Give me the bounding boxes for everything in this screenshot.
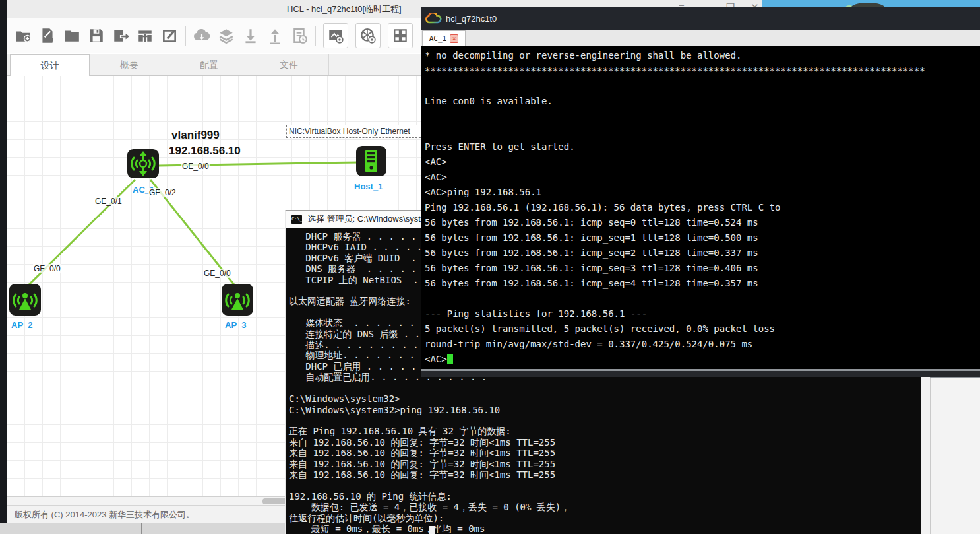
hcl-window-title: HCL - hcl_q72hc1t0[临时工程] [287,0,402,18]
hcl-cloud-logo-icon [425,13,442,24]
background-panel [930,378,980,534]
terminal-tab-label: AC_1 [429,34,447,43]
terminal-cursor [447,354,453,364]
label-ap-3[interactable]: AP_3 [225,320,247,330]
open-project-icon[interactable] [39,27,56,44]
cmd-cursor [429,526,435,534]
download-icon[interactable] [242,27,259,44]
terminal-bottom-frame [421,369,980,377]
terminal-console[interactable]: * no decompiling or reverse-engineering … [421,46,980,369]
tab-config[interactable]: 配置 [169,54,249,75]
annotation-vlanif[interactable]: vlanif999 [171,129,220,142]
background-window-edge [0,0,7,523]
device-ac-1[interactable] [127,149,159,178]
terminal-titlebar[interactable]: hcl_q72hc1t0 [421,7,980,30]
tab-files[interactable]: 文件 [249,54,329,75]
screen: HCL - hcl_q72hc1t0[临时工程] ≡—❐✕ [0,0,980,534]
device-ap-3[interactable] [222,284,253,316]
cmd-icon: C:\_ [291,215,302,224]
tab-summary[interactable]: 概要 [90,54,169,75]
show-network-icon [359,27,377,44]
new-project-icon[interactable] [15,27,32,44]
terminal-prompt: <AC> [425,354,447,364]
annotation-ip[interactable]: 192.168.56.10 [169,145,241,158]
layers-icon[interactable] [218,27,235,44]
port-label-ap2: GE_0/0 [33,264,61,273]
show-interface-button[interactable] [323,23,348,48]
tab-close-icon[interactable]: ✕ [450,34,458,43]
cloud-download-icon[interactable] [193,27,210,44]
ap-icon [11,286,40,314]
label-host-1[interactable]: Host_1 [354,182,383,191]
terminal-tabbar: AC_1 ✕ [421,30,980,46]
ac-icon [129,150,158,177]
port-label-ap3: GE_0/0 [203,269,231,278]
tab-design[interactable]: 设计 [10,54,90,76]
port-label-ac-ap3: GE_0/2 [148,188,177,197]
taskbar-strip [0,523,285,534]
terminal-tab-ac-1[interactable]: AC_1 ✕ [422,30,466,46]
show-interface-icon [327,27,344,44]
device-ap-2[interactable] [9,284,41,316]
host-icon [357,147,386,176]
label-ap-2[interactable]: AP_2 [11,320,33,330]
terminal-window: hcl_q72hc1t0 AC_1 ✕ * no decompiling or … [421,7,980,376]
device-host-1[interactable] [356,146,386,176]
upload-icon[interactable] [266,27,284,44]
ap-icon [223,286,252,314]
toolbar-separator [185,26,186,46]
save-icon[interactable] [88,27,105,44]
grid-layout-icon [392,27,409,44]
toolbar-separator [315,26,316,46]
cmd-window-title: 选择 管理员: C:\Windows\syste [307,213,425,225]
port-label-ac-host: GE_0/0 [181,162,210,171]
port-label-ac-ap2: GE_0/1 [94,197,123,206]
grid-layout-button[interactable] [388,23,413,48]
import-project-icon[interactable] [137,27,154,44]
export-project-icon[interactable] [112,27,129,44]
log-document-icon[interactable] [291,27,308,44]
open-folder-icon[interactable] [63,27,80,44]
show-network-button[interactable] [355,23,381,48]
terminal-lines: * no decompiling or reverse-engineering … [425,48,980,352]
terminal-title: hcl_q72hc1t0 [446,14,497,24]
nic-note[interactable]: NIC:VirtualBox Host-Only Ethernet [286,125,427,138]
taskbar-divider [141,523,142,534]
terminal-prompt-line: <AC> [425,352,980,367]
edit-icon[interactable] [161,27,178,44]
